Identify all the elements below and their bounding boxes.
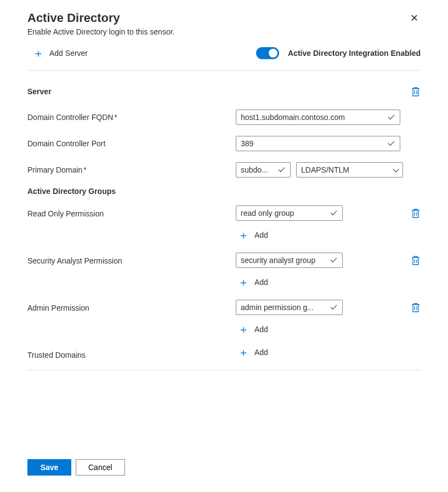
fqdn-input[interactable]: host1.subdomain.contoso.com bbox=[236, 110, 400, 125]
security-analyst-label: Security Analyst Permission bbox=[27, 253, 236, 265]
security-analyst-group-input[interactable]: security analyst group bbox=[236, 253, 343, 268]
delete-server-button[interactable] bbox=[411, 86, 421, 97]
add-server-button[interactable]: ＋ Add Server bbox=[27, 48, 88, 59]
port-input[interactable]: 389 bbox=[236, 136, 400, 151]
auth-method-value: LDAPS/NTLM bbox=[301, 165, 389, 174]
admin-group-input[interactable]: admin permission g... bbox=[236, 300, 343, 315]
integration-toggle[interactable] bbox=[256, 47, 279, 59]
plus-icon: ＋ bbox=[238, 277, 249, 288]
admin-group-value: admin permission g... bbox=[241, 303, 327, 312]
divider bbox=[27, 70, 421, 71]
page-subtitle: Enable Active Directory login to this se… bbox=[27, 27, 174, 36]
add-security-analyst-group-button[interactable]: ＋ Add bbox=[236, 277, 421, 288]
read-only-group-input[interactable]: read only group bbox=[236, 205, 343, 221]
check-icon bbox=[330, 303, 338, 312]
read-only-group-value: read only group bbox=[241, 209, 327, 218]
read-only-label: Read Only Permission bbox=[27, 205, 236, 218]
check-icon bbox=[330, 256, 338, 265]
auth-method-select[interactable]: LDAPS/NTLM bbox=[296, 162, 403, 178]
primary-domain-label: Primary Domain* bbox=[27, 165, 236, 174]
add-trusted-domain-button[interactable]: ＋ Add bbox=[236, 347, 421, 358]
check-icon bbox=[278, 165, 286, 174]
trash-icon bbox=[411, 255, 421, 266]
required-asterisk: * bbox=[83, 165, 86, 174]
add-label: Add bbox=[254, 348, 268, 357]
add-label: Add bbox=[254, 278, 268, 287]
page-title: Active Directory bbox=[27, 11, 174, 25]
primary-domain-value: subdo... bbox=[241, 165, 275, 174]
chevron-down-icon bbox=[393, 165, 398, 174]
add-admin-group-button[interactable]: ＋ Add bbox=[236, 324, 421, 335]
add-label: Add bbox=[254, 325, 268, 334]
integration-toggle-label: Active Directory Integration Enabled bbox=[288, 49, 421, 58]
check-icon bbox=[388, 113, 395, 122]
check-icon bbox=[388, 139, 395, 148]
add-server-label: Add Server bbox=[49, 49, 88, 58]
plus-icon: ＋ bbox=[238, 324, 249, 335]
plus-icon: ＋ bbox=[238, 347, 249, 358]
security-analyst-group-value: security analyst group bbox=[241, 256, 327, 265]
close-button[interactable]: ✕ bbox=[408, 11, 421, 25]
primary-domain-input[interactable]: subdo... bbox=[236, 162, 291, 178]
trash-icon bbox=[411, 302, 421, 313]
server-section-title: Server bbox=[27, 87, 52, 96]
close-icon: ✕ bbox=[410, 13, 418, 24]
trash-icon bbox=[411, 208, 421, 219]
delete-security-analyst-group-button[interactable] bbox=[411, 255, 421, 266]
fqdn-value: host1.subdomain.contoso.com bbox=[241, 113, 384, 122]
groups-heading: Active Directory Groups bbox=[27, 187, 421, 196]
trash-icon bbox=[411, 86, 421, 97]
delete-admin-group-button[interactable] bbox=[411, 302, 421, 313]
delete-read-only-group-button[interactable] bbox=[411, 208, 421, 219]
add-label: Add bbox=[254, 231, 268, 239]
trusted-domains-label: Trusted Domains bbox=[27, 347, 236, 359]
port-value: 389 bbox=[241, 139, 384, 148]
divider bbox=[27, 370, 421, 370]
cancel-button[interactable]: Cancel bbox=[76, 459, 125, 476]
admin-label: Admin Permission bbox=[27, 300, 236, 312]
port-label: Domain Controller Port bbox=[27, 139, 236, 148]
add-read-only-group-button[interactable]: ＋ Add bbox=[236, 230, 421, 241]
plus-icon: ＋ bbox=[238, 230, 249, 241]
plus-icon: ＋ bbox=[33, 48, 44, 59]
required-asterisk: * bbox=[114, 113, 117, 122]
save-button[interactable]: Save bbox=[27, 459, 71, 476]
check-icon bbox=[330, 209, 338, 218]
fqdn-label: Domain Controller FQDN* bbox=[27, 113, 236, 122]
